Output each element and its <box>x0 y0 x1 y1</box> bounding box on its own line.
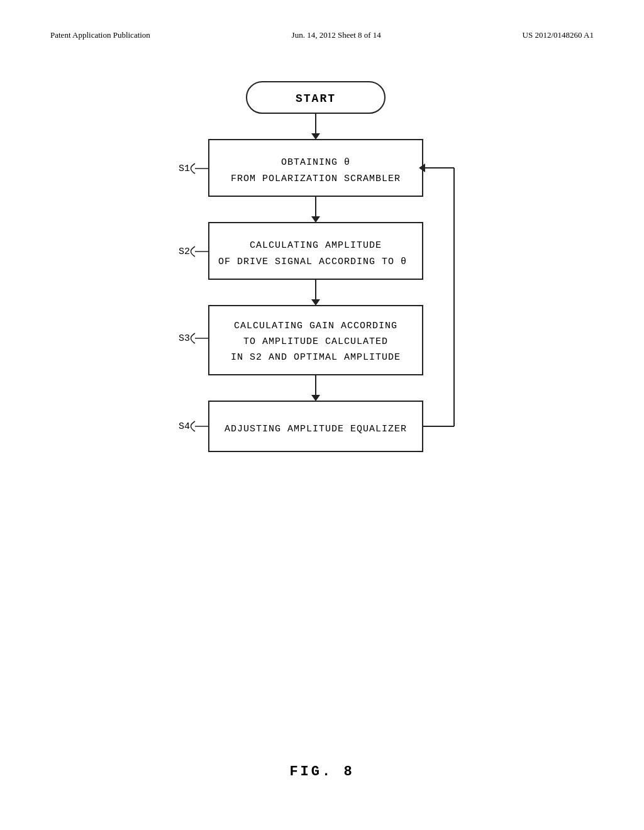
flowchart-svg: START OBTAINING θ FROM POLARIZATION SCRA… <box>146 69 498 635</box>
s2-label: S2 <box>179 246 190 257</box>
s2-line1: CALCULATING AMPLITUDE <box>250 240 382 251</box>
s4-line1: ADJUSTING AMPLITUDE EQUALIZER <box>225 424 407 434</box>
s2-line2: OF DRIVE SIGNAL ACCORDING TO θ <box>218 257 407 267</box>
s3-line3: IN S2 AND OPTIMAL AMPLITUDE <box>231 352 401 363</box>
svg-marker-11 <box>311 395 320 401</box>
figure-caption-text: FIG. 8 <box>289 764 354 780</box>
s3-line2: TO AMPLITUDE CALCULATED <box>243 336 388 347</box>
s1-line2: FROM POLARIZATION SCRAMBLER <box>231 174 401 184</box>
header-right: US 2012/0148260 A1 <box>523 30 594 40</box>
svg-marker-5 <box>311 216 320 223</box>
svg-rect-3 <box>209 140 423 196</box>
svg-rect-6 <box>209 223 423 279</box>
s3-line1: CALCULATING GAIN ACCORDING <box>234 321 397 331</box>
s3-label: S3 <box>179 333 190 344</box>
page: Patent Application Publication Jun. 14, … <box>0 0 644 830</box>
header-left: Patent Application Publication <box>50 30 150 40</box>
start-label: START <box>296 92 336 105</box>
figure-caption: FIG. 8 <box>289 764 354 780</box>
s4-label: S4 <box>179 421 190 432</box>
s1-line1: OBTAINING θ <box>281 157 350 168</box>
header-middle: Jun. 14, 2012 Sheet 8 of 14 <box>292 30 381 40</box>
header: Patent Application Publication Jun. 14, … <box>0 30 644 40</box>
svg-marker-8 <box>311 299 320 306</box>
s1-label: S1 <box>179 163 190 174</box>
svg-marker-2 <box>311 133 320 140</box>
